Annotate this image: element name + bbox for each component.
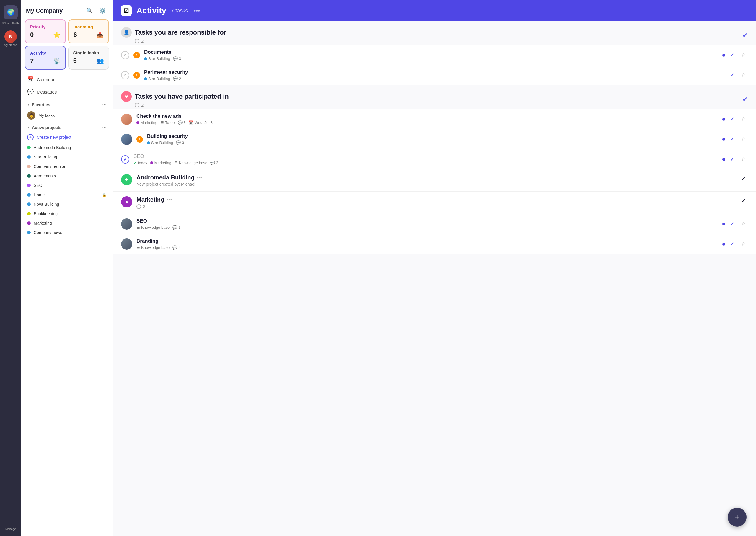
unread-dot-building-security: [722, 138, 725, 141]
task-checkbox-seo[interactable]: ✔: [121, 155, 129, 163]
project-andromeda[interactable]: Andromeda Building: [21, 143, 113, 152]
responsible-group-check[interactable]: ✔: [742, 32, 748, 39]
unread-dot-seo-marketing: [722, 222, 725, 225]
task-section-check-ads: ☰ To-do: [160, 120, 175, 125]
messages-nav-item[interactable]: 💬 Messages: [21, 85, 113, 98]
check-action-marketing[interactable]: ✔: [739, 196, 748, 205]
project-agreements[interactable]: Agreements: [21, 171, 113, 181]
project-dot: [27, 174, 31, 178]
single-tasks-card[interactable]: Single tasks 5 👥: [68, 46, 109, 70]
header-more-button[interactable]: •••: [194, 7, 200, 14]
project-dot: [150, 161, 153, 164]
unread-dot-branding: [722, 243, 725, 246]
star-action-documents[interactable]: ☆: [739, 51, 748, 60]
task-check-ads[interactable]: Check the new ads Marketing ☰ To-do 💬 3: [113, 109, 756, 129]
task-project-documents: Star Building: [144, 56, 170, 61]
task-actions-building-security: ✔ ☆: [722, 135, 748, 144]
task-branding[interactable]: Branding ☰ Knowledge base 💬 2 ✔ ☆: [113, 234, 756, 254]
task-meta-building-security: Star Building 💬 3: [147, 141, 718, 145]
check-action-check-ads[interactable]: ✔: [728, 115, 737, 124]
star-action-check-ads[interactable]: ☆: [739, 115, 748, 124]
priority-card[interactable]: Priority 0 ⭐: [25, 19, 66, 43]
favorites-title[interactable]: ▼ Favorites: [27, 102, 50, 107]
star-action-seo[interactable]: ☆: [739, 155, 748, 164]
project-company-reunion[interactable]: Company reunion: [21, 162, 113, 171]
star-action-branding[interactable]: ☆: [739, 240, 748, 249]
activity-card[interactable]: Activity 7 📡: [25, 46, 66, 70]
check-action-building-security[interactable]: ✔: [728, 135, 737, 144]
andromeda-activity-row: + Andromeda Building ••• New project cre…: [113, 169, 756, 191]
check-action-perimeter[interactable]: ✔: [728, 71, 737, 80]
project-company-news[interactable]: Company news: [21, 228, 113, 237]
favorites-more[interactable]: ···: [102, 102, 107, 108]
project-star-building[interactable]: Star Building: [21, 152, 113, 162]
search-button[interactable]: 🔍: [84, 5, 95, 16]
project-home[interactable]: Home 🔒: [21, 190, 113, 200]
sidebar-header: My Company 🔍 ⚙️: [21, 0, 113, 19]
settings-button[interactable]: ⚙️: [97, 5, 108, 16]
fab-add-button[interactable]: +: [728, 508, 746, 526]
messages-label: Messages: [37, 89, 57, 94]
task-checkbox-perimeter[interactable]: ○: [121, 71, 129, 80]
app-logo-btn[interactable]: 🌍 My Company: [0, 4, 21, 26]
task-info-building-security: Building security Star Building 💬 3: [147, 133, 718, 145]
task-meta-check-ads: Marketing ☰ To-do 💬 3 📅 Wed, Jul 3: [136, 120, 718, 125]
activity-count: 7: [30, 57, 34, 65]
projects-more[interactable]: ···: [102, 124, 107, 130]
star-action-seo-marketing[interactable]: ☆: [739, 219, 748, 228]
responsible-count: 2: [141, 38, 144, 43]
task-meta-branding: ☰ Knowledge base 💬 2: [136, 245, 718, 250]
participated-group-check[interactable]: ✔: [742, 96, 748, 103]
my-nozbe-btn[interactable]: N My Nozbe: [2, 29, 19, 49]
task-title-documents: Documents: [144, 49, 718, 55]
active-projects-section-header: ▼ Active projects ···: [21, 122, 113, 132]
check-action-branding[interactable]: ✔: [728, 240, 737, 249]
task-perimeter[interactable]: ○ ! Perimeter security Star Building 💬 2…: [113, 65, 756, 85]
task-avatar-check-ads: [121, 114, 132, 125]
priority-icon: ⭐: [53, 31, 60, 38]
task-building-security[interactable]: ! Building security Star Building 💬 3 ✔: [113, 129, 756, 150]
project-bookkeeping[interactable]: Bookkeeping: [21, 209, 113, 218]
favorites-label: Favorites: [32, 102, 50, 107]
andromeda-title-row: Andromeda Building •••: [136, 174, 735, 181]
check-action-documents[interactable]: ✔: [728, 51, 737, 60]
task-due-seo: ✔ today: [133, 160, 147, 165]
icon-sidebar: 🌍 My Company N My Nozbe ⋯ Manage: [0, 0, 21, 536]
priority-count: 0: [30, 31, 34, 39]
incoming-row: 6 📥: [74, 31, 104, 39]
my-tasks-item[interactable]: 🧑 My tasks: [21, 109, 113, 122]
incoming-card[interactable]: Incoming 6 📥: [68, 19, 109, 43]
task-seo[interactable]: ✔ SEO ✔ today Marketing ☰ Knowledge base: [113, 150, 756, 169]
active-projects-title[interactable]: ▼ Active projects: [27, 125, 61, 130]
project-seo[interactable]: SEO: [21, 181, 113, 190]
task-title-building-security: Building security: [147, 133, 718, 139]
create-project-item[interactable]: + Create new project: [21, 132, 113, 143]
manage-btn[interactable]: ⋯ Manage: [3, 513, 18, 532]
task-section-seo: ☰ Knowledge base: [174, 160, 207, 165]
task-comments-branding: 💬 2: [172, 245, 181, 250]
task-comments-documents: 💬 3: [173, 56, 181, 61]
check-action-seo[interactable]: ✔: [728, 155, 737, 164]
check-action-seo-marketing[interactable]: ✔: [728, 219, 737, 228]
star-action-building-security[interactable]: ☆: [739, 135, 748, 144]
marketing-group-dots[interactable]: •••: [167, 197, 172, 203]
task-seo-marketing[interactable]: SEO ☰ Knowledge base 💬 1 ✔ ☆: [113, 214, 756, 234]
project-dot: [27, 193, 31, 197]
main-header: ☑ Activity 7 tasks •••: [113, 0, 756, 21]
task-documents[interactable]: ○ ! Documents Star Building 💬 3 ✔: [113, 45, 756, 65]
task-meta-seo-marketing: ☰ Knowledge base 💬 1: [136, 225, 718, 230]
star-action-perimeter[interactable]: ☆: [739, 71, 748, 80]
project-dot: [27, 221, 31, 225]
check-action-andromeda[interactable]: ✔: [739, 174, 748, 183]
single-tasks-icon: 👥: [97, 57, 104, 64]
calendar-nav-item[interactable]: 📅 Calendar: [21, 73, 113, 85]
project-name: Home: [34, 192, 99, 197]
task-title-seo: SEO: [133, 153, 718, 159]
project-dot: [27, 146, 31, 150]
project-marketing[interactable]: Marketing: [21, 218, 113, 228]
task-checkbox-documents[interactable]: ○: [121, 51, 129, 59]
responsible-group-info: 👤 Tasks you are responsible for 2: [121, 27, 226, 43]
create-project-label: Create new project: [37, 135, 71, 140]
andromeda-activity-dots[interactable]: •••: [197, 175, 203, 181]
project-nova-building[interactable]: Nova Building: [21, 200, 113, 209]
